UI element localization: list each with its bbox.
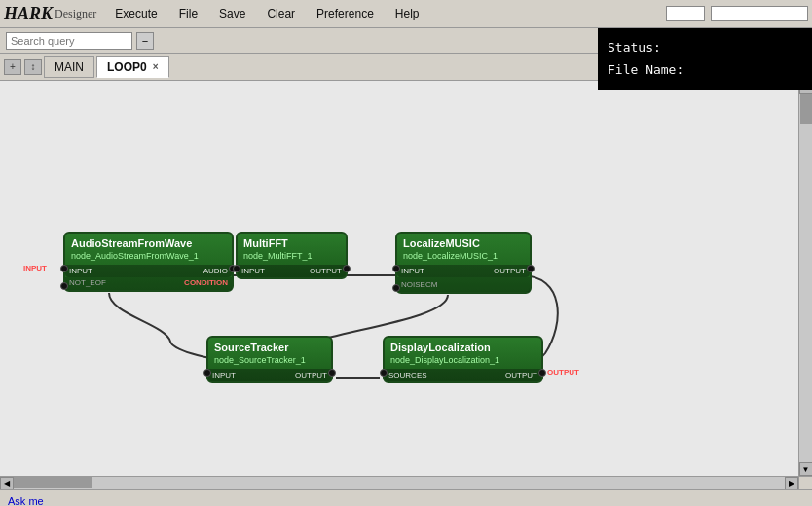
tab-main[interactable]: MAIN [44,56,94,78]
node-fft-port-right: OUTPUT [310,267,342,275]
scroll-right-button[interactable]: ▶ [785,477,798,490]
scroll-left-button[interactable]: ◀ [0,477,14,490]
node-tracker-ports: INPUT OUTPUT [208,369,331,381]
node-fft-port-left: INPUT [241,267,265,275]
tab-loop0-close[interactable]: × [153,61,159,72]
node-fft-output-dot [343,265,351,272]
node-localize-output-dot [527,265,535,272]
status-line2: File Name: [608,58,802,81]
menu-preference[interactable]: Preference [306,0,385,28]
scroll-thumb-h[interactable] [14,477,92,488]
logo-designer: Designer [55,7,96,21]
node-display[interactable]: DisplayLocalization node_DisplayLocaliza… [383,336,543,383]
scroll-track-h[interactable] [14,477,785,489]
logo-hark: HARK [4,4,53,24]
node-localize-ports: INPUT OUTPUT [397,265,530,277]
node-localize[interactable]: LocalizeMUSIC node_LocalizeMUSIC_1 INPUT… [395,232,532,294]
node-audio-stream[interactable]: AudioStreamFromWave node_AudioStreamFrom… [63,232,234,292]
node-tracker-input-dot [203,369,211,377]
node-localize-noisecm-dot [392,284,400,292]
node-display-ports: SOURCES OUTPUT [385,369,541,381]
menubar: HARK Designer Execute File Save Clear Pr… [0,0,812,28]
menubar-search-input2[interactable] [711,6,808,21]
app-logo: HARK Designer [4,4,96,24]
node-fft-input-dot [233,265,240,272]
menu-help[interactable]: Help [385,0,430,28]
tab-add-button[interactable]: + [4,59,21,75]
tab-nav-button[interactable]: ↕ [24,59,42,75]
node-tracker-output-dot [328,369,336,377]
search-input[interactable] [6,32,132,50]
node-localize-input-dot [392,265,400,272]
node-display-port-left: SOURCES [388,371,427,380]
node-localize-port-right: OUTPUT [494,267,526,275]
node-sourcetracker[interactable]: SourceTracker node_SourceTracker_1 INPUT… [206,336,333,383]
node-display-title: DisplayLocalization [385,338,541,355]
tab-loop0-label: LOOP0 [107,60,147,74]
node-audio-subtitle: node_AudioStreamFromWave_1 [65,251,232,265]
menubar-search-input1[interactable] [666,6,705,21]
node-multifft[interactable]: MultiFFT node_MultiFFT_1 INPUT OUTPUT [236,232,348,279]
menu-file[interactable]: File [168,0,208,28]
scroll-thumb-v[interactable] [800,94,812,124]
scrollbar-horizontal[interactable]: ◀ ▶ [0,476,798,489]
canvas-area: AudioStreamFromWave node_AudioStreamFrom… [0,81,812,489]
ask-me-link[interactable]: Ask me [8,495,44,507]
canvas-scroll[interactable]: AudioStreamFromWave node_AudioStreamFrom… [0,81,798,476]
bottom-bar: Ask me [0,489,812,506]
node-audio-port-right: AUDIO [203,267,228,275]
node-audio-noteof: NOT_EOF [69,278,106,287]
node-audio-noteof-dot [60,282,68,290]
node-display-subtitle: node_DisplayLocalization_1 [385,355,541,369]
status-panel: Status: File Name: [598,28,812,90]
scrollbar-corner [798,476,812,489]
node-audio-input-dot [60,265,68,272]
node-localize-title: LocalizeMUSIC [397,234,530,251]
menu-clear[interactable]: Clear [256,0,306,28]
search-box [666,6,808,21]
node-tracker-port-left: INPUT [212,371,236,380]
node-tracker-title: SourceTracker [208,338,331,355]
status-line1: Status: [608,36,802,58]
menu-execute[interactable]: Execute [104,0,167,28]
node-display-port-right: OUTPUT [505,371,537,380]
scroll-track-v[interactable] [799,94,812,462]
tab-main-label: MAIN [55,60,84,74]
scrollbar-vertical[interactable]: ▲ ▼ [798,81,812,476]
node-localize-port-left: INPUT [401,267,424,275]
node-fft-ports: INPUT OUTPUT [238,265,346,277]
audio-input-label: INPUT [23,264,47,272]
node-localize-noisecm: NOISECM [401,280,437,289]
tab-loop0[interactable]: LOOP0 × [96,56,169,78]
node-localize-subtitle: node_LocalizeMUSIC_1 [397,251,530,265]
display-output-label: OUTPUT [547,368,579,377]
node-audio-port-left: INPUT [69,267,92,275]
scroll-down-button[interactable]: ▼ [799,462,813,476]
node-display-output-dot [538,369,546,377]
node-fft-title: MultiFFT [238,234,346,251]
node-audio-ports: INPUT AUDIO [65,265,232,277]
node-display-sources-dot [380,369,388,377]
node-tracker-port-right: OUTPUT [295,371,327,380]
menu-save[interactable]: Save [208,0,256,28]
node-tracker-subtitle: node_SourceTracker_1 [208,355,331,369]
node-fft-subtitle: node_MultiFFT_1 [238,251,346,265]
node-audio-title: AudioStreamFromWave [65,234,232,251]
node-audio-condition: CONDITION [184,278,228,287]
search-clear-button[interactable]: − [136,32,154,50]
